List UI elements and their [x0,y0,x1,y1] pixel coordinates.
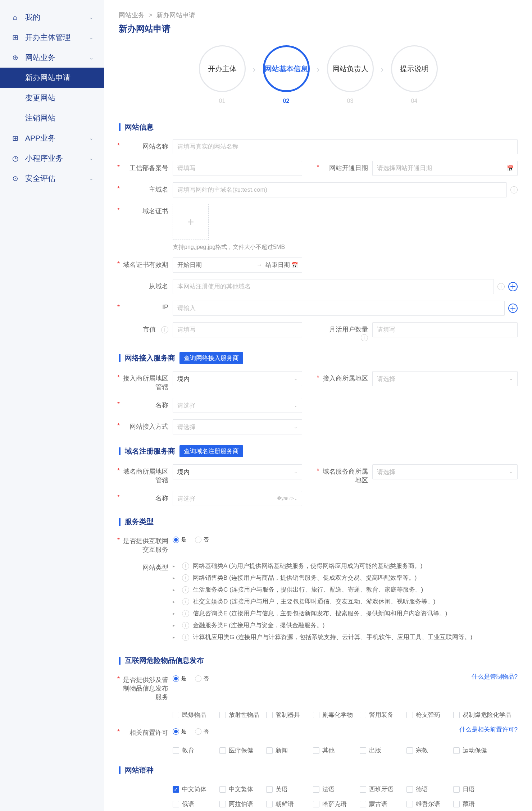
info-icon[interactable]: i [510,186,518,193]
checkbox-lang[interactable]: 西班牙语 [360,785,406,793]
checkbox-lang[interactable]: 英语 [266,785,313,793]
sidebar-item-label: 小程序业务 [25,153,63,163]
sub-domain-input[interactable] [173,279,494,294]
icp-input[interactable] [173,161,302,176]
section-title-provider: 网络接入服务商 查询网络接入服务商 [119,352,518,364]
checkbox-lang[interactable]: 法语 [313,785,360,793]
sidebar-item-mine[interactable]: ⌂ 我的 ⌄ [0,7,104,27]
checkbox-item[interactable]: 放射性物品 [219,711,266,719]
checkbox-lang[interactable]: 中文简体 [173,785,219,793]
ip-input[interactable] [173,301,505,316]
sidebar-sub-cancel[interactable]: 注销网站 [0,108,104,128]
registrar-area-select[interactable]: 请选择⌄ [372,464,518,479]
category-row[interactable]: ▸i社交文娱类D (连接用户与用户，主要包括即时通信、交友互动、游戏休闲、视听服… [173,597,518,606]
checkbox-lang[interactable]: 日语 [453,785,500,793]
info-icon[interactable]: i [182,610,189,617]
checkbox-item[interactable]: 剧毒化学物 [313,711,360,719]
radio-no[interactable]: 否 [195,728,209,735]
grid-icon: ⊞ [11,134,19,142]
interactive-radio-group: 是 否 [173,534,209,543]
category-row[interactable]: ▸i计算机应用类G (连接用户与计算资源，包括系统支持、云计算、手机软件、应用工… [173,633,518,641]
info-icon[interactable]: i [182,634,189,641]
sidebar-sub-new[interactable]: 新办网站申请 [0,68,104,88]
sidebar-sub-change[interactable]: 变更网站 [0,88,104,108]
checkbox-lang[interactable]: 德语 [406,785,453,793]
breadcrumb-item[interactable]: 网站业务 [119,12,145,19]
checkbox-lang[interactable]: 阿拉伯语 [219,800,266,808]
radio-yes[interactable]: 是 [173,728,186,735]
category-row[interactable]: ▸i网络销售类B (连接用户与商品，提供销售服务、促成双方交易、提高匹配效率等。… [173,574,518,582]
registrar-region-select[interactable]: 境内⌄ [173,464,302,479]
date-start-input[interactable] [177,261,254,269]
registrar-name-select[interactable]: 请选择�улиⵗ">⌄ [173,491,302,506]
sidebar-item-website[interactable]: ⊕ 网站业务 ⌃ [0,47,104,68]
query-registrar-button[interactable]: 查询域名注册服务商 [179,445,243,457]
checkbox-item[interactable]: 其他 [313,746,360,755]
checkbox-item[interactable]: 管制器具 [266,711,313,719]
checkbox-item[interactable]: 运动保健 [453,746,500,755]
add-sub-domain-button[interactable]: + [508,282,518,291]
sidebar-item-miniprogram[interactable]: ◷ 小程序业务 ⌄ [0,148,104,168]
main-domain-input[interactable] [173,182,507,197]
help-controlled-link[interactable]: 什么是管制物品? [472,673,518,681]
radio-no[interactable]: 否 [195,675,209,682]
checkbox-lang[interactable]: 俄语 [173,800,219,808]
sidebar-item-app[interactable]: ⊞ APP业务 ⌄ [0,128,104,148]
info-icon[interactable]: i [361,334,368,341]
checkbox-item[interactable]: 易制爆危险化学品 [453,711,514,719]
checkbox-lang[interactable]: 维吾尔语 [406,800,453,808]
provider-area-select[interactable]: 请选择⌄ [372,371,518,386]
checkbox-lang[interactable]: 哈萨克语 [313,800,360,808]
breadcrumb-sep: > [149,12,153,19]
market-value-input[interactable] [173,322,302,337]
monthly-users-input[interactable] [372,322,518,337]
upload-domain-cert[interactable]: + [173,204,209,240]
checkbox-item[interactable]: 宗教 [406,746,453,755]
checkbox-lang[interactable]: 中文繁体 [219,785,266,793]
sidebar-item-security[interactable]: ⊙ 安全评估 ⌄ [0,168,104,188]
checkbox-lang[interactable]: 藏语 [453,800,500,808]
controlled-radio-group: 是 否 [173,673,209,682]
checkbox-item[interactable]: 民爆物品 [173,711,219,719]
label-provider-region: 接入商所属地区管辖 [119,371,173,391]
add-ip-button[interactable]: + [508,304,518,313]
category-row[interactable]: ▸i金融服务类F (连接用户与资金，提供金融服务。) [173,621,518,629]
site-name-input[interactable] [173,139,518,154]
sidebar-item-label: APP业务 [25,133,55,143]
cert-valid-range[interactable]: → 📅 [173,258,302,273]
category-row[interactable]: ▸i生活服务类C (连接用户与服务，提供出行、旅行、配送、寄递、教育、家庭等服务… [173,586,518,594]
label-controlled: 是否提供涉及管制物品信息发布服务 [119,673,173,701]
category-row[interactable]: ▸i信息咨询类E (连接用户与信息，主要包括新闻发布、搜索服务、提供新闻和用户内… [173,609,518,618]
radio-yes[interactable]: 是 [173,537,186,543]
info-icon[interactable]: i [182,574,189,582]
access-method-select[interactable]: 请选择⌄ [173,419,302,434]
checkbox-lang[interactable]: 朝鲜语 [266,800,313,808]
radio-no[interactable]: 否 [195,537,209,543]
checkbox-item[interactable]: 出版 [360,746,406,755]
steps: 开办主体 01 › 网站基本信息 02 › 网站负责人 03 › 提示说明 04 [119,45,518,104]
caret-right-icon: ▸ [173,623,175,628]
query-provider-button[interactable]: 查询网络接入服务商 [179,352,243,364]
provider-name-select[interactable]: 请选择⌄ [173,398,302,413]
step-sep-icon: › [317,64,320,85]
info-icon[interactable]: i [161,326,168,333]
open-date-input[interactable] [372,161,518,176]
info-icon[interactable]: i [182,598,189,605]
category-row[interactable]: ▸i网络基础类A (为用户提供网络基础类服务，使得网络应用成为可能的基础类服务商… [173,562,518,570]
checkbox-item[interactable]: 新闻 [266,746,313,755]
date-end-input[interactable] [265,261,342,269]
checkbox-item[interactable]: 医疗保健 [219,746,266,755]
checkbox-item[interactable]: 枪支弹药 [406,711,453,719]
sidebar-item-entity[interactable]: ⊞ 开办主体管理 ⌄ [0,27,104,47]
info-icon[interactable]: i [182,586,189,593]
info-icon[interactable]: i [182,622,189,629]
radio-yes[interactable]: 是 [173,675,186,682]
checkbox-lang[interactable]: 蒙古语 [360,800,406,808]
checkbox-item[interactable]: 教育 [173,746,219,755]
checkbox-item[interactable]: 警用装备 [360,711,406,719]
label-site-type: 网站类型 [119,560,173,572]
help-pre-license-link[interactable]: 什么是相关前置许可? [459,725,518,734]
info-icon[interactable]: i [497,283,505,290]
provider-region-select[interactable]: 境内⌄ [173,371,302,386]
info-icon[interactable]: i [182,562,189,570]
